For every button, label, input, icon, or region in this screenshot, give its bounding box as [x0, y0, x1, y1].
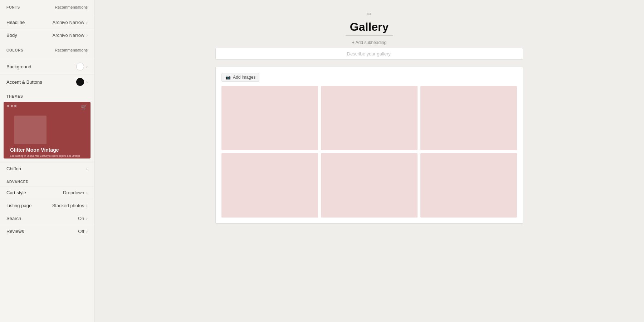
sidebar: FONTS Recommendations Headline Archivo N… — [0, 0, 94, 322]
headline-label: Headline — [6, 20, 25, 25]
gallery-header: ✏ Gallery + Add subheading Describe your… — [215, 11, 523, 60]
search-value: On › — [78, 216, 88, 221]
gallery-cell — [321, 153, 418, 218]
background-chevron-icon: › — [86, 64, 88, 69]
listing-page-label: Listing page — [6, 203, 31, 208]
camera-icon: 📷 — [225, 75, 231, 80]
theme-dot — [14, 105, 16, 107]
background-label: Background — [6, 64, 31, 69]
gallery-title[interactable]: Gallery — [346, 19, 393, 35]
reviews-row[interactable]: Reviews Off › — [0, 225, 94, 238]
cart-style-row[interactable]: Cart style Dropdown › — [0, 186, 94, 199]
gallery-cell — [420, 153, 517, 218]
fonts-recommendations-link[interactable]: Recommendations — [55, 5, 88, 9]
search-label: Search — [6, 216, 21, 221]
add-subheading-button[interactable]: + Add subheading — [352, 40, 386, 45]
themes-section: THEMES 🛒 Glitter Moon Vintage Specializi… — [0, 89, 94, 158]
gallery-container: 📷 Add images — [215, 67, 523, 224]
theme-cart-icon: 🛒 — [81, 104, 87, 110]
cart-style-chevron-icon: › — [86, 191, 88, 195]
accent-buttons-label: Accent & Buttons — [6, 79, 42, 85]
reviews-label: Reviews — [6, 229, 24, 234]
headline-value: Archivo Narrow › — [52, 20, 88, 25]
gallery-title-wrapper: Gallery — [346, 19, 393, 36]
chiffon-row[interactable]: Chiffon › — [0, 162, 94, 175]
themes-label: THEMES — [0, 94, 94, 102]
gallery-subheading: + Add subheading — [215, 40, 523, 45]
theme-dot — [7, 105, 9, 107]
chiffon-chevron-icon: › — [86, 167, 88, 171]
gallery-cell — [221, 153, 318, 218]
gallery-grid — [221, 86, 517, 218]
theme-preview-content: Glitter Moon Vintage Specializing in uni… — [4, 110, 91, 158]
theme-subtitle: Specializing in unique Mid-Century Moder… — [10, 154, 86, 158]
reviews-chevron-icon: › — [86, 229, 88, 234]
listing-page-row[interactable]: Listing page Stacked photos › — [0, 199, 94, 212]
colors-recommendations-link[interactable]: Recommendations — [55, 48, 88, 52]
search-row[interactable]: Search On › — [0, 212, 94, 225]
pencil-icon: ✏ — [215, 11, 523, 18]
advanced-label: ADVANCED — [0, 175, 94, 186]
listing-page-chevron-icon: › — [86, 204, 88, 208]
background-value: › — [76, 63, 88, 70]
accent-buttons-value: › — [76, 78, 88, 86]
colors-section: COLORS Recommendations — [0, 42, 94, 59]
body-chevron-icon: › — [86, 33, 88, 38]
gallery-cell — [321, 86, 418, 150]
colors-label: COLORS — [6, 48, 24, 52]
theme-title: Glitter Moon Vintage — [10, 147, 86, 153]
fonts-section: FONTS Recommendations — [0, 0, 94, 16]
body-label: Body — [6, 33, 17, 38]
chiffon-label: Chiffon — [6, 166, 21, 171]
background-color-swatch — [76, 63, 84, 70]
gallery-description-placeholder[interactable]: Describe your gallery. — [215, 48, 523, 60]
search-chevron-icon: › — [86, 216, 88, 221]
theme-image-placeholder — [14, 116, 47, 144]
theme-nav-dots — [4, 102, 91, 110]
theme-dot — [11, 105, 13, 107]
accent-chevron-icon: › — [86, 80, 88, 84]
gallery-cell — [420, 86, 517, 150]
gallery-cell — [221, 86, 318, 150]
main-content: ✏ Gallery + Add subheading Describe your… — [94, 0, 644, 322]
background-row[interactable]: Background › — [0, 59, 94, 74]
add-images-button[interactable]: 📷 Add images — [221, 73, 259, 82]
accent-color-swatch — [76, 78, 84, 86]
fonts-label: FONTS — [6, 5, 20, 9]
cart-style-value: Dropdown › — [63, 190, 88, 195]
headline-row[interactable]: Headline Archivo Narrow › — [0, 16, 94, 29]
headline-chevron-icon: › — [86, 20, 88, 25]
body-row[interactable]: Body Archivo Narrow › — [0, 29, 94, 42]
accent-buttons-row[interactable]: Accent & Buttons › — [0, 74, 94, 89]
listing-page-value: Stacked photos › — [52, 203, 88, 208]
theme-preview-card[interactable]: 🛒 Glitter Moon Vintage Specializing in u… — [4, 102, 91, 158]
body-value: Archivo Narrow › — [52, 33, 88, 38]
reviews-value: Off › — [78, 229, 88, 234]
cart-style-label: Cart style — [6, 190, 26, 195]
